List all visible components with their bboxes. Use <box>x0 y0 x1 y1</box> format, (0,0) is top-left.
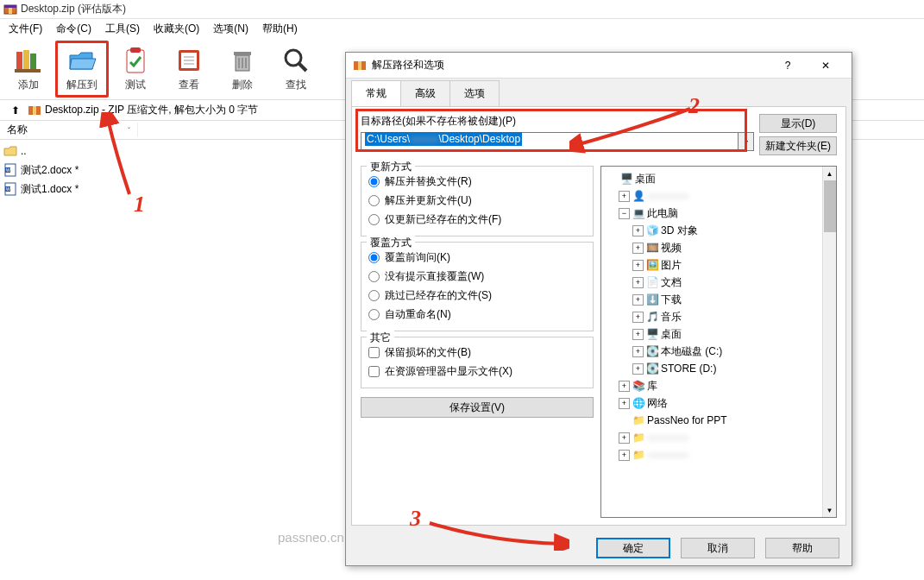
tree-body[interactable]: 🖥️桌面 +👤———— −💻此电脑 +🧊3D 对象 +🎞️视频 +🖼️图片 +📄… <box>601 167 822 517</box>
new-folder-button[interactable]: 新建文件夹(E) <box>759 136 837 155</box>
tool-extract[interactable]: 解压到 <box>55 41 109 98</box>
radio-auto-rename[interactable]: 自动重命名(N) <box>368 305 586 324</box>
scroll-thumb[interactable] <box>824 180 836 232</box>
svg-text:W: W <box>6 167 10 173</box>
tree-network[interactable]: +🌐网络 <box>605 394 819 412</box>
tree-item-blur[interactable]: +📁———— <box>605 446 819 463</box>
tab-options[interactable]: 选项 <box>449 80 500 106</box>
menu-command[interactable]: 命令(C) <box>51 20 97 38</box>
tool-test-label: 测试 <box>125 78 146 92</box>
tree-videos[interactable]: +🎞️视频 <box>605 239 819 256</box>
help-button[interactable]: 帮助 <box>765 538 839 558</box>
tree-3dobjects[interactable]: +🧊3D 对象 <box>605 222 819 239</box>
radio-skip-existing[interactable]: 跳过已经存在的文件(S) <box>368 286 586 305</box>
tree-localc[interactable]: +💽本地磁盘 (C:) <box>605 343 819 360</box>
winrar-icon <box>3 3 17 16</box>
video-icon: 🎞️ <box>645 241 659 255</box>
menu-tool[interactable]: 工具(S) <box>100 20 145 38</box>
document-icon: 📄 <box>645 275 659 289</box>
menu-bar: 文件(F) 命令(C) 工具(S) 收藏夹(O) 选项(N) 帮助(H) <box>0 19 924 38</box>
col-name[interactable]: 名称 ˇ <box>0 123 138 137</box>
svg-rect-5 <box>30 54 36 71</box>
expand-icon[interactable]: + <box>619 432 630 444</box>
check-keep-broken[interactable]: 保留损坏的文件(B) <box>368 343 586 362</box>
tree-downloads[interactable]: +⬇️下载 <box>605 291 819 308</box>
archive-icon <box>28 104 41 117</box>
folder-icon: 📁 <box>632 448 645 462</box>
expand-icon[interactable]: + <box>632 294 644 306</box>
expand-icon[interactable]: + <box>632 243 644 254</box>
menu-file[interactable]: 文件(F) <box>3 20 47 38</box>
cancel-button[interactable]: 取消 <box>681 538 755 558</box>
tab-advanced[interactable]: 高级 <box>400 80 450 106</box>
help-button[interactable]: ? <box>769 54 807 78</box>
tree-desktop[interactable]: 🖥️桌面 <box>605 170 819 187</box>
radio-extract-update[interactable]: 解压并更新文件(U) <box>368 191 586 210</box>
expand-icon[interactable]: + <box>632 346 644 357</box>
tree-desktop2[interactable]: +🖥️桌面 <box>605 325 819 343</box>
tree-item-blur[interactable]: +📁———— <box>605 429 819 446</box>
expand-icon[interactable]: + <box>619 381 630 392</box>
check-show-explorer[interactable]: 在资源管理器中显示文件(X) <box>368 362 586 381</box>
svg-rect-3 <box>16 52 22 71</box>
tool-delete-label: 删除 <box>232 78 253 92</box>
tool-delete[interactable]: 删除 <box>216 41 269 98</box>
search-icon <box>280 45 311 76</box>
collapse-icon[interactable]: − <box>619 208 630 219</box>
menu-fav[interactable]: 收藏夹(O) <box>148 20 204 38</box>
tool-extract-label: 解压到 <box>66 78 97 92</box>
tree-music[interactable]: +🎵音乐 <box>605 308 819 325</box>
expand-icon[interactable]: + <box>632 277 644 288</box>
tree-lib[interactable]: +📚库 <box>605 377 819 394</box>
expand-icon[interactable]: + <box>632 225 644 236</box>
dialog-body: 目标路径(如果不存在将被创建)(P) C:\Users\aaaaa\Deskto… <box>351 106 846 526</box>
tab-row: 常规 高级 选项 <box>346 79 852 106</box>
svg-rect-1 <box>4 5 16 8</box>
radio-extract-replace[interactable]: 解压并替换文件(R) <box>368 172 586 191</box>
expand-icon[interactable]: + <box>632 312 644 323</box>
tree-user[interactable]: +👤———— <box>605 187 819 205</box>
drive-icon: 💽 <box>645 362 659 375</box>
radio-update-existing[interactable]: 仅更新已经存在的文件(F) <box>368 210 586 229</box>
expand-icon[interactable]: + <box>632 260 644 271</box>
expand-icon[interactable]: + <box>619 398 630 409</box>
ok-button[interactable]: 确定 <box>596 538 670 558</box>
tool-add[interactable]: 添加 <box>2 41 55 98</box>
svg-point-19 <box>286 50 301 66</box>
expand-icon[interactable]: + <box>619 191 630 202</box>
file-name: 测试1.docx * <box>21 182 79 197</box>
tree-docs[interactable]: +📄文档 <box>605 274 819 291</box>
show-button[interactable]: 显示(D) <box>759 114 837 133</box>
scroll-up-icon[interactable]: ▲ <box>823 167 836 180</box>
tool-find[interactable]: 查找 <box>269 41 323 98</box>
desktop-icon: 🖥️ <box>645 327 659 341</box>
svg-line-20 <box>299 64 306 71</box>
group-title: 覆盖方式 <box>367 236 415 250</box>
tab-general[interactable]: 常规 <box>351 80 401 106</box>
expand-icon[interactable]: + <box>632 329 644 340</box>
group-title: 其它 <box>367 331 394 345</box>
target-path-input[interactable]: C:\Users\aaaaa\Desktop\Desktop <box>361 132 739 151</box>
close-button[interactable]: ✕ <box>807 54 845 78</box>
svg-rect-30 <box>358 61 361 70</box>
radio-no-prompt[interactable]: 没有提示直接覆盖(W) <box>368 267 586 286</box>
tool-view[interactable]: 查看 <box>162 41 216 98</box>
tool-test[interactable]: 测试 <box>109 41 162 98</box>
expand-icon[interactable]: + <box>619 450 630 461</box>
radio-ask-before[interactable]: 覆盖前询问(K) <box>368 248 586 267</box>
title-bar: Desktop.zip (评估版本) <box>0 0 924 19</box>
tree-scrollbar[interactable]: ▲ ▼ <box>822 167 836 517</box>
save-settings-button[interactable]: 保存设置(V) <box>361 397 594 418</box>
menu-option[interactable]: 选项(N) <box>208 20 254 38</box>
expand-icon[interactable]: + <box>632 363 644 375</box>
file-name: .. <box>21 145 27 157</box>
folder-up-icon <box>3 144 17 158</box>
tree-stored[interactable]: +💽STORE (D:) <box>605 360 819 377</box>
menu-help[interactable]: 帮助(H) <box>257 20 303 38</box>
tree-passneo[interactable]: 📁PassNeo for PPT <box>605 412 819 429</box>
tree-thispc[interactable]: −💻此电脑 <box>605 205 819 222</box>
up-icon[interactable]: ⬆ <box>3 104 28 117</box>
scroll-down-icon[interactable]: ▼ <box>823 503 836 517</box>
path-dropdown-button[interactable]: ▾ <box>739 132 754 151</box>
tree-pictures[interactable]: +🖼️图片 <box>605 256 819 274</box>
